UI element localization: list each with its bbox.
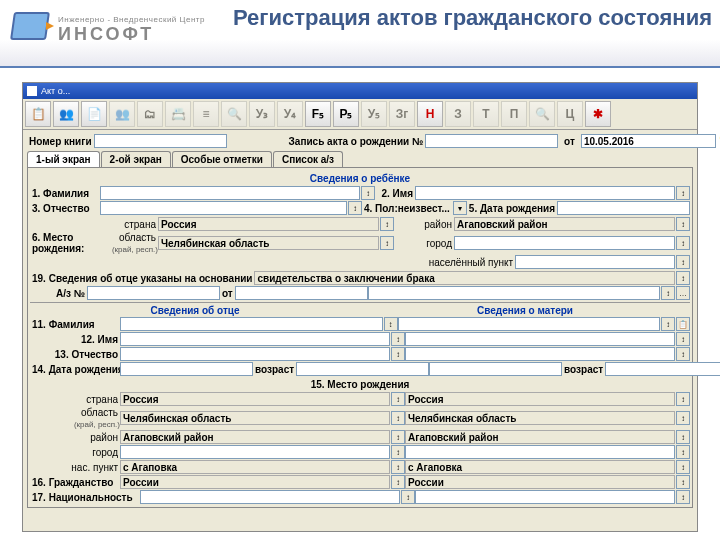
- lookup-button[interactable]: ↕: [676, 490, 690, 504]
- lookup-button[interactable]: ↕: [361, 186, 375, 200]
- father-citizenship-input[interactable]: [120, 475, 390, 489]
- tool-t[interactable]: Т: [473, 101, 499, 127]
- father-patronymic-input[interactable]: [120, 347, 390, 361]
- lookup-button[interactable]: ↕: [391, 445, 405, 459]
- child-settle-input[interactable]: [515, 255, 675, 269]
- mother-dob-input[interactable]: [429, 362, 562, 376]
- child-region-input[interactable]: [158, 236, 379, 250]
- lookup-button[interactable]: ↕: [391, 411, 405, 425]
- lookup-button[interactable]: ↕: [391, 430, 405, 444]
- tool-p5[interactable]: Р₅: [333, 101, 359, 127]
- tool-z[interactable]: З: [445, 101, 471, 127]
- lookup-button[interactable]: ↕: [391, 347, 405, 361]
- lookup-button[interactable]: ↕: [676, 445, 690, 459]
- lookup-button[interactable]: ↕: [661, 286, 675, 300]
- tool-zg[interactable]: Зг: [389, 101, 415, 127]
- mother-citizenship-input[interactable]: [405, 475, 675, 489]
- lookup-button[interactable]: ↕: [380, 217, 394, 231]
- lookup-button[interactable]: ↕: [676, 255, 690, 269]
- lightbulb-icon[interactable]: 💡: [716, 133, 720, 149]
- book-number-input[interactable]: [94, 134, 227, 148]
- mother-city-input[interactable]: [405, 445, 675, 459]
- mother-region-input[interactable]: [405, 411, 675, 425]
- tool-doc-icon[interactable]: 📄: [81, 101, 107, 127]
- tool-search-icon[interactable]: 🔍: [221, 101, 247, 127]
- father-name-input[interactable]: [120, 332, 390, 346]
- tool-u4[interactable]: У₄: [277, 101, 303, 127]
- mother-settle-input[interactable]: [405, 460, 675, 474]
- lookup-button[interactable]: ↕: [384, 317, 398, 331]
- tab-list[interactable]: Список а/з: [273, 151, 343, 167]
- father-age-input[interactable]: [296, 362, 429, 376]
- mother-surname-input[interactable]: [398, 317, 661, 331]
- tool-people2-icon[interactable]: 👥: [109, 101, 135, 127]
- tool-star-icon[interactable]: ✱: [585, 101, 611, 127]
- father-city-input[interactable]: [120, 445, 390, 459]
- lookup-button[interactable]: ↕: [348, 201, 362, 215]
- child-patronymic-input[interactable]: [100, 201, 347, 215]
- tool-clipboard-icon[interactable]: 📋: [25, 101, 51, 127]
- az-text-input[interactable]: [368, 286, 660, 300]
- child-country-input[interactable]: [158, 217, 379, 231]
- action-button[interactable]: …: [676, 286, 690, 300]
- mother-patronymic-input[interactable]: [405, 347, 675, 361]
- lookup-button[interactable]: ↕: [676, 332, 690, 346]
- lookup-button[interactable]: ↕: [676, 430, 690, 444]
- tool-p[interactable]: П: [501, 101, 527, 127]
- lookup-button[interactable]: ↕: [391, 392, 405, 406]
- dropdown-button[interactable]: ▾: [453, 201, 467, 215]
- child-dob-input[interactable]: [557, 201, 690, 215]
- lookup-button[interactable]: ↕: [391, 460, 405, 474]
- father-country-input[interactable]: [120, 392, 390, 406]
- tool-card-icon[interactable]: 📇: [165, 101, 191, 127]
- lookup-button[interactable]: ↕: [676, 271, 690, 285]
- father-settle-input[interactable]: [120, 460, 390, 474]
- mother-district-input[interactable]: [405, 430, 675, 444]
- lookup-button[interactable]: ↕: [380, 236, 394, 250]
- lookup-button[interactable]: ↕: [676, 411, 690, 425]
- child-surname-input[interactable]: [100, 186, 360, 200]
- az-date-input[interactable]: [235, 286, 368, 300]
- father-region-input[interactable]: [120, 411, 390, 425]
- child-city-input[interactable]: [454, 236, 675, 250]
- tool-box-icon[interactable]: 🗂: [137, 101, 163, 127]
- lookup-button[interactable]: ↕: [391, 332, 405, 346]
- mother-country-input[interactable]: [405, 392, 675, 406]
- az-number-input[interactable]: [87, 286, 220, 300]
- father-nationality-input[interactable]: [140, 490, 400, 504]
- father-basis-input[interactable]: [254, 271, 675, 285]
- lookup-button[interactable]: ↕: [401, 490, 415, 504]
- father-surname-input[interactable]: [120, 317, 383, 331]
- act-number-input[interactable]: [425, 134, 558, 148]
- mother-nationality-input[interactable]: [415, 490, 675, 504]
- child-district-input[interactable]: [454, 217, 675, 231]
- tool-search2-icon[interactable]: 🔍: [529, 101, 555, 127]
- lookup-button[interactable]: ↕: [676, 475, 690, 489]
- tab-special[interactable]: Особые отметки: [172, 151, 272, 167]
- lookup-button[interactable]: ↕: [676, 347, 690, 361]
- lookup-button[interactable]: ↕: [391, 475, 405, 489]
- tool-people-icon[interactable]: 👥: [53, 101, 79, 127]
- lookup-button[interactable]: ↕: [676, 186, 690, 200]
- logo: Инженерно - Внедренческий Центр ИНСОФТ: [8, 8, 205, 52]
- action-button[interactable]: 📋: [676, 317, 690, 331]
- tab-screen1[interactable]: 1-ый экран: [27, 151, 100, 167]
- tool-c[interactable]: Ц: [557, 101, 583, 127]
- lookup-button[interactable]: ↕: [661, 317, 675, 331]
- tool-f5[interactable]: F₅: [305, 101, 331, 127]
- lookup-button[interactable]: ↕: [676, 236, 690, 250]
- father-district-input[interactable]: [120, 430, 390, 444]
- tab-screen2[interactable]: 2-ой экран: [101, 151, 171, 167]
- tool-u5[interactable]: У₅: [361, 101, 387, 127]
- act-date-input[interactable]: [581, 134, 716, 148]
- lookup-button[interactable]: ↕: [676, 392, 690, 406]
- mother-age-input[interactable]: [605, 362, 720, 376]
- lookup-button[interactable]: ↕: [676, 460, 690, 474]
- mother-name-input[interactable]: [405, 332, 675, 346]
- father-dob-input[interactable]: [120, 362, 253, 376]
- tool-n[interactable]: Н: [417, 101, 443, 127]
- tool-u3[interactable]: У₃: [249, 101, 275, 127]
- lookup-button[interactable]: ↕: [676, 217, 690, 231]
- tool-list-icon[interactable]: ≡: [193, 101, 219, 127]
- child-name-input[interactable]: [415, 186, 675, 200]
